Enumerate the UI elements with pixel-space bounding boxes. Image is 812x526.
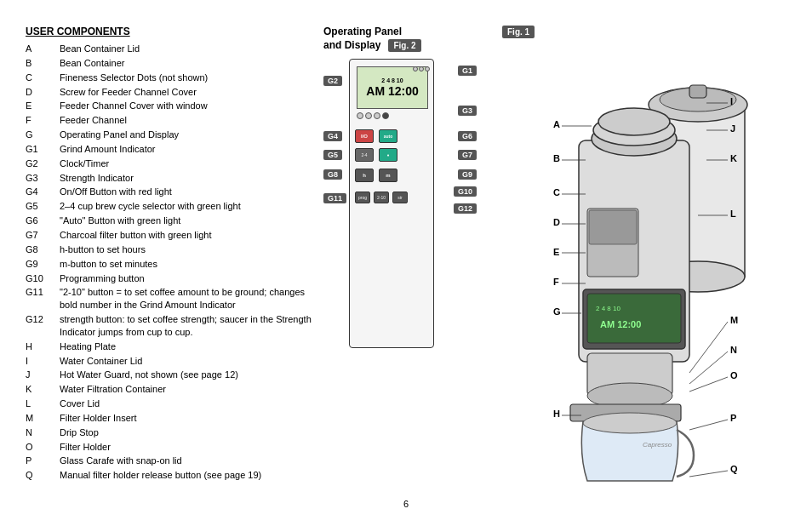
component-item-N: N Drip Stop xyxy=(26,426,315,439)
fig1-badge: Fig. 1 xyxy=(502,26,535,38)
component-item-P: P Glass Carafe with snap-on lid xyxy=(26,455,315,467)
svg-text:K: K xyxy=(730,153,737,163)
component-item-G3: G3 Strength Indicator xyxy=(26,172,315,185)
component-item-G4: G4 On/Off Button with red light xyxy=(26,186,315,198)
svg-point-19 xyxy=(583,413,677,433)
operating-panel-area: Operating Panel and Display Fig. 2 2 4 8… xyxy=(323,26,494,492)
svg-rect-5 xyxy=(689,85,706,98)
label-G10: G10 xyxy=(454,186,477,197)
label-G7: G7 xyxy=(458,150,477,160)
g8-h-button[interactable]: h xyxy=(355,169,374,182)
component-item-K: K Water Filtration Container xyxy=(26,383,315,396)
panel-diagram: 2 4 8 10 AM 12:00 xyxy=(323,59,477,382)
g11-2-10-button[interactable]: 2-10 xyxy=(374,192,389,203)
component-item-G10: G10 Programming button xyxy=(26,272,315,285)
component-item-E: E Feeder Channel Cover with window xyxy=(26,100,315,112)
product-illustration: 2 4 8 10 AM 12:00 I J K L M N O xyxy=(511,38,783,498)
component-item-G12: G12 strength button: to set coffee stren… xyxy=(26,313,315,339)
component-item-H: H Heating Plate xyxy=(26,340,315,353)
svg-text:P: P xyxy=(730,413,736,423)
g7-charcoal-button[interactable]: ♦ xyxy=(379,148,397,162)
label-G11: G11 xyxy=(323,193,346,203)
component-item-G9: G9 m-button to set minutes xyxy=(26,258,315,271)
svg-line-49 xyxy=(689,322,728,373)
svg-text:B: B xyxy=(553,153,560,163)
component-item-G6: G6 "Auto" Button with green light xyxy=(26,214,315,227)
display-top-row: 2 4 8 10 xyxy=(366,77,418,84)
component-item-J: J Hot Water Guard, not shown (see page 1… xyxy=(26,369,315,381)
component-item-L: L Cover Lid xyxy=(26,397,315,410)
panel-title: Operating Panel and Display Fig. 2 xyxy=(323,26,421,52)
g6-auto-button[interactable]: auto xyxy=(379,129,397,143)
label-G9: G9 xyxy=(458,169,477,180)
svg-text:L: L xyxy=(730,209,736,219)
label-G1: G1 xyxy=(458,66,477,76)
svg-rect-13 xyxy=(587,294,681,343)
svg-text:O: O xyxy=(730,370,738,380)
panel-body: 2 4 8 10 AM 12:00 xyxy=(349,59,434,348)
svg-text:I: I xyxy=(730,96,733,106)
svg-text:M: M xyxy=(730,315,738,325)
label-G3: G3 xyxy=(458,106,477,116)
g12-strength-button[interactable]: str xyxy=(392,192,408,203)
panel-title-area: Operating Panel and Display Fig. 2 xyxy=(323,26,494,52)
product-diagram-area: Fig. 1 xyxy=(502,26,786,492)
svg-text:2 4 8 10: 2 4 8 10 xyxy=(596,305,620,312)
component-item-G1: G1 Grind Amount Indicator xyxy=(26,143,315,156)
component-item-O: O Filter Holder xyxy=(26,441,315,454)
svg-text:H: H xyxy=(553,409,560,419)
g4-onoff-button[interactable]: I/O xyxy=(355,129,374,143)
label-G6: G6 xyxy=(458,131,477,141)
panel-display: 2 4 8 10 AM 12:00 xyxy=(357,66,428,109)
button-row-3: h m xyxy=(355,169,397,182)
page-container: USER COMPONENTS A Bean Container Lid B B… xyxy=(0,0,812,526)
section-title: USER COMPONENTS xyxy=(26,26,315,37)
button-row-1: I/O auto xyxy=(355,129,397,143)
component-item-F: F Feeder Channel xyxy=(26,114,315,127)
component-item-B: B Bean Container xyxy=(26,57,315,70)
g10-prog-button[interactable]: prog xyxy=(355,192,370,203)
components-list: USER COMPONENTS A Bean Container Lid B B… xyxy=(26,26,315,492)
component-item-I: I Water Container Lid xyxy=(26,355,315,368)
svg-text:D: D xyxy=(553,217,560,227)
svg-line-53 xyxy=(689,471,728,477)
svg-rect-11 xyxy=(589,210,637,244)
component-item-M: M Filter Holder Insert xyxy=(26,412,315,425)
svg-text:N: N xyxy=(730,345,737,355)
svg-text:E: E xyxy=(553,247,559,257)
g9-m-button[interactable]: m xyxy=(379,169,397,182)
g5-brew-cycle-button[interactable]: 2-4 xyxy=(355,148,374,162)
strength-indicator-row xyxy=(357,112,389,119)
label-G2: G2 xyxy=(323,76,342,86)
component-item-G7: G7 Charcoal filter button with green lig… xyxy=(26,229,315,242)
component-item-G8: G8 h-button to set hours xyxy=(26,243,315,256)
label-G5: G5 xyxy=(323,150,342,160)
display-time: AM 12:00 xyxy=(366,84,418,98)
component-item-C: C Fineness Selector Dots (not shown) xyxy=(26,71,315,84)
svg-text:A: A xyxy=(553,119,560,129)
page-number: 6 xyxy=(26,499,786,509)
content-area: USER COMPONENTS A Bean Container Lid B B… xyxy=(26,26,786,492)
svg-text:J: J xyxy=(730,123,735,134)
component-item-G11: G11 "2-10" button = to set coffee amount… xyxy=(26,286,315,312)
svg-line-52 xyxy=(689,420,728,430)
button-row-2: 2-4 ♦ xyxy=(355,148,397,162)
svg-text:C: C xyxy=(553,187,560,197)
fig2-badge: Fig. 2 xyxy=(388,39,420,52)
label-G4: G4 xyxy=(323,131,342,141)
svg-text:Q: Q xyxy=(730,464,738,474)
svg-text:F: F xyxy=(553,277,559,287)
component-item-A: A Bean Container Lid xyxy=(26,43,315,55)
svg-point-9 xyxy=(598,108,670,135)
component-item-G5: G5 2–4 cup brew cycle selector with gree… xyxy=(26,200,315,213)
label-G8: G8 xyxy=(323,169,342,180)
component-item-D: D Screw for Feeder Channel Cover xyxy=(26,86,315,99)
component-item-Q: Q Manual filter holder release button (s… xyxy=(26,469,315,482)
button-row-4: prog 2-10 str xyxy=(355,192,408,203)
svg-text:G: G xyxy=(553,306,561,317)
component-item-G2: G2 Clock/Timer xyxy=(26,157,315,170)
component-item-G: G Operating Panel and Display xyxy=(26,129,315,141)
label-G12: G12 xyxy=(454,203,477,214)
svg-text:Capresso: Capresso xyxy=(643,441,672,449)
svg-text:AM 12:00: AM 12:00 xyxy=(600,319,641,329)
